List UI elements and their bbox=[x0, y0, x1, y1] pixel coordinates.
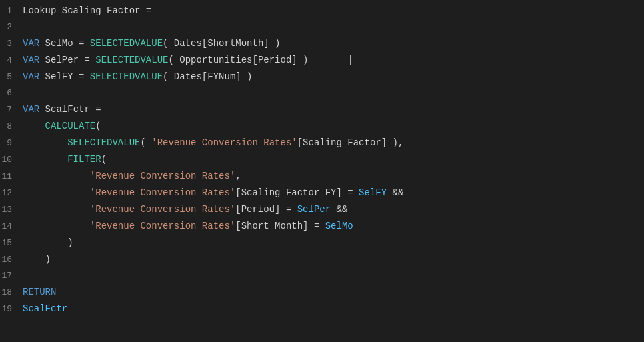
code-line: 10 FILTER( bbox=[0, 151, 644, 168]
token-plain: ( Dates[ShortMonth] ) bbox=[163, 38, 280, 49]
token-fn: SELECTEDVALUE bbox=[95, 55, 168, 65]
token-plain: ) bbox=[23, 237, 73, 248]
code-line: 17 bbox=[0, 268, 644, 284]
token-kw: VAR bbox=[23, 104, 39, 115]
token-str: 'Revenue Conversion Rates' bbox=[151, 137, 297, 148]
token-plain bbox=[23, 121, 45, 131]
token-plain: SelMo = bbox=[39, 38, 90, 49]
line-number: 10 bbox=[0, 152, 23, 168]
code-line: 4VAR SelPer = SELECTEDVALUE( Opportuniti… bbox=[0, 52, 644, 69]
line-number: 1 bbox=[0, 3, 23, 19]
token-plain: [Period] = bbox=[235, 204, 297, 215]
line-content: 'Revenue Conversion Rates', bbox=[23, 168, 644, 184]
token-var: SelFY bbox=[359, 187, 387, 198]
token-str: 'Revenue Conversion Rates' bbox=[90, 221, 235, 231]
token-fn: CALCULATE bbox=[45, 121, 96, 131]
token-plain: [Scaling Factor FY] = bbox=[235, 187, 359, 198]
code-line: 16 ) bbox=[0, 251, 644, 268]
code-line: 11 'Revenue Conversion Rates', bbox=[0, 168, 644, 185]
line-number: 4 bbox=[0, 53, 23, 69]
code-line: 8 CALCULATE( bbox=[0, 118, 644, 135]
code-editor[interactable]: 1Lookup Scaling Factor =23VAR SelMo = SE… bbox=[0, 0, 644, 342]
line-content: 'Revenue Conversion Rates'[Short Month] … bbox=[23, 218, 644, 234]
token-plain bbox=[23, 154, 67, 165]
code-line: 7VAR ScalFctr = bbox=[0, 101, 644, 118]
line-content: FILTER( bbox=[23, 151, 644, 167]
line-content: VAR SelFY = SELECTEDVALUE( Dates[FYNum] … bbox=[23, 69, 644, 85]
text-cursor bbox=[350, 55, 351, 65]
token-str: 'Revenue Conversion Rates' bbox=[90, 204, 235, 215]
line-number: 17 bbox=[0, 268, 23, 284]
token-plain: ( bbox=[95, 121, 101, 131]
line-number: 6 bbox=[0, 85, 23, 101]
token-plain: && bbox=[387, 187, 403, 198]
line-number: 7 bbox=[0, 102, 23, 118]
token-kw: VAR bbox=[23, 55, 39, 65]
line-number: 12 bbox=[0, 185, 23, 201]
token-fn: SELECTEDVALUE bbox=[67, 137, 140, 148]
token-plain bbox=[23, 137, 67, 148]
token-fn: SELECTEDVALUE bbox=[90, 71, 163, 82]
token-var: SelPer bbox=[297, 204, 331, 215]
line-content: VAR SelPer = SELECTEDVALUE( Opportunitie… bbox=[23, 52, 644, 68]
code-line: 6 bbox=[0, 85, 644, 101]
token-var: SelMo bbox=[325, 221, 353, 231]
line-number: 14 bbox=[0, 219, 23, 235]
code-line: 2 bbox=[0, 19, 644, 35]
token-plain: && bbox=[331, 204, 347, 215]
line-content: SELECTEDVALUE( 'Revenue Conversion Rates… bbox=[23, 135, 644, 151]
token-plain bbox=[23, 187, 90, 198]
line-content: VAR ScalFctr = bbox=[23, 101, 644, 117]
token-fn: FILTER bbox=[67, 154, 101, 165]
line-content: ) bbox=[23, 235, 644, 251]
line-content: Lookup Scaling Factor = bbox=[23, 3, 644, 19]
token-str: 'Revenue Conversion Rates' bbox=[90, 171, 235, 181]
code-line: 9 SELECTEDVALUE( 'Revenue Conversion Rat… bbox=[0, 135, 644, 151]
line-number: 2 bbox=[0, 19, 23, 35]
line-number: 18 bbox=[0, 285, 23, 301]
line-number: 13 bbox=[0, 202, 23, 218]
line-content: CALCULATE( bbox=[23, 118, 644, 134]
line-number: 11 bbox=[0, 169, 23, 185]
token-kw: RETURN bbox=[23, 287, 56, 297]
token-fn: SELECTEDVALUE bbox=[90, 38, 163, 49]
code-line: 14 'Revenue Conversion Rates'[Short Mont… bbox=[0, 218, 644, 235]
line-number: 15 bbox=[0, 235, 23, 251]
token-plain: ( bbox=[140, 137, 151, 148]
token-plain: ( bbox=[101, 154, 107, 165]
token-plain: ( Dates[FYNum] ) bbox=[163, 71, 252, 82]
token-plain: [Short Month] = bbox=[235, 221, 325, 231]
line-content: RETURN bbox=[23, 284, 644, 300]
token-plain bbox=[23, 204, 90, 215]
line-number: 19 bbox=[0, 301, 23, 317]
token-kw: VAR bbox=[23, 38, 39, 49]
line-content: ) bbox=[23, 251, 644, 267]
code-line: 1Lookup Scaling Factor = bbox=[0, 3, 644, 19]
code-line: 12 'Revenue Conversion Rates'[Scaling Fa… bbox=[0, 185, 644, 201]
line-content: VAR SelMo = SELECTEDVALUE( Dates[ShortMo… bbox=[23, 35, 644, 51]
token-var: ScalFctr bbox=[23, 303, 67, 314]
token-plain: SelFY = bbox=[39, 71, 90, 82]
token-plain: , bbox=[235, 171, 241, 181]
line-number: 5 bbox=[0, 69, 23, 85]
code-line: 19ScalFctr bbox=[0, 301, 644, 317]
line-number: 3 bbox=[0, 36, 23, 52]
code-line: 3VAR SelMo = SELECTEDVALUE( Dates[ShortM… bbox=[0, 35, 644, 52]
line-content: 'Revenue Conversion Rates'[Scaling Facto… bbox=[23, 185, 644, 201]
token-plain: ) bbox=[23, 254, 51, 265]
token-plain bbox=[23, 171, 90, 181]
line-number: 16 bbox=[0, 252, 23, 268]
token-title: Lookup Scaling Factor = bbox=[23, 5, 151, 16]
line-number: 9 bbox=[0, 135, 23, 151]
token-plain bbox=[23, 221, 90, 231]
token-plain: SelPer = bbox=[39, 55, 95, 65]
token-plain: ( Opportunities[Period] ) bbox=[168, 55, 308, 65]
code-line: 13 'Revenue Conversion Rates'[Period] = … bbox=[0, 201, 644, 218]
code-line: 18RETURN bbox=[0, 284, 644, 301]
token-kw: VAR bbox=[23, 71, 39, 82]
token-str: 'Revenue Conversion Rates' bbox=[90, 187, 235, 198]
token-plain: [Scaling Factor] ), bbox=[297, 137, 404, 148]
line-number: 8 bbox=[0, 119, 23, 135]
line-content: 'Revenue Conversion Rates'[Period] = Sel… bbox=[23, 201, 644, 217]
line-content: ScalFctr bbox=[23, 301, 644, 317]
